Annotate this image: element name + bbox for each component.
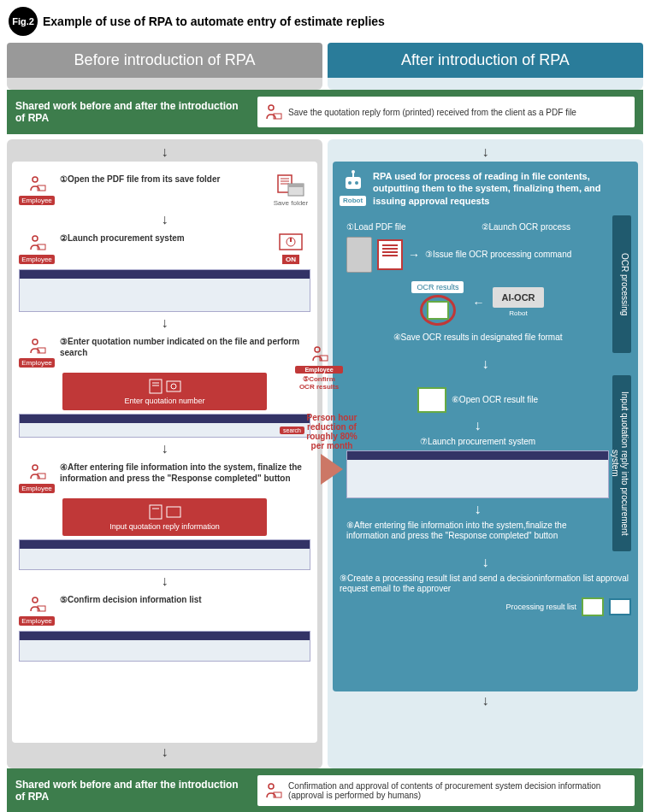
shared-bottom-action: Confirmation and approval of contents of… <box>257 775 635 806</box>
shared-top-label: Shared work before and after the introdu… <box>15 100 251 124</box>
svg-point-33 <box>352 170 355 174</box>
proc-list-label: Processing result list <box>505 603 576 611</box>
step-5: Employee ⑤Confirm decision information l… <box>19 594 310 626</box>
ai-ocr-box: AI-OCR <box>493 287 543 308</box>
ocr-results-label: OCR results <box>411 281 464 293</box>
svg-rect-29 <box>346 177 361 189</box>
input-zone: Input quotation reply into procurement s… <box>340 375 631 551</box>
reduction-callout: Person hour reduction of roughly 80% per… <box>305 413 358 488</box>
r-step-4: ④Save OCR results in designated file for… <box>346 332 609 343</box>
shared-bottom-label: Shared work before and after the introdu… <box>15 779 251 803</box>
figure-number: Fig.2 <box>9 7 38 36</box>
r-step-3: ③Issue file OCR processing command <box>425 250 609 259</box>
after-column: After introduction of RPA <box>328 43 643 90</box>
arrow-down-icon: ↓ <box>346 418 609 433</box>
r-step-1: ①Load PDF file <box>346 222 475 232</box>
shared-work-bottom: Shared work before and after the introdu… <box>7 768 643 812</box>
svg-point-15 <box>32 339 38 344</box>
svg-point-10 <box>32 236 38 241</box>
r-step-5: ⑤Confirm OCR results <box>295 375 343 391</box>
employee-icon: Employee <box>19 462 55 493</box>
employee-label: Employee <box>19 358 55 368</box>
main-flow: ↓ Employee ①Open the PDF file from its s… <box>0 139 650 768</box>
confirm-emp-label: Employee <box>295 366 343 374</box>
svg-rect-9 <box>288 184 304 187</box>
step-3: Employee ③Enter quotation number indicat… <box>19 336 310 368</box>
input-reply-text: Input quotation reply information <box>68 522 262 531</box>
spreadsheet-icon <box>582 597 604 616</box>
svg-point-22 <box>32 465 38 470</box>
svg-point-21 <box>171 384 176 389</box>
employee-icon: Employee <box>19 594 55 626</box>
reply-screenshot <box>19 539 310 570</box>
ai-robot-label: Robot <box>493 309 543 317</box>
pdf-doc-icon <box>377 239 403 270</box>
after-title: After introduction of RPA <box>333 51 638 69</box>
arrow-down-icon: ↓ <box>19 212 310 227</box>
step-2: Employee ②Launch procurement system ON <box>19 232 310 264</box>
shared-top-action: Save the quotation reply form (printed) … <box>257 97 635 127</box>
svg-rect-20 <box>167 381 180 391</box>
employee-icon: Employee <box>19 232 55 264</box>
arrow-down-icon: ↓ <box>340 356 631 372</box>
rpa-desc-text: RPA used for process of reading in file … <box>373 170 631 207</box>
procurement-screenshot-r <box>346 450 609 498</box>
step-3-text: ③Enter quotation number indicated on the… <box>60 336 310 358</box>
before-column: Before introduction of RPA <box>7 43 322 90</box>
r-step-7: ⑦Launch procurement system <box>346 437 609 447</box>
reduction-text: Person hour reduction of roughly 80% per… <box>305 413 358 450</box>
step-1-text: ①Open the PDF file from its save folder <box>60 174 266 185</box>
confirm-ocr-callout: Employee ⑤Confirm OCR results <box>295 344 343 391</box>
person-laptop-icon <box>263 780 283 801</box>
input-reply-box: Input quotation reply information <box>62 498 267 536</box>
arrow-down-icon: ↓ <box>12 744 317 760</box>
big-arrow-icon <box>321 454 343 485</box>
employee-label: Employee <box>19 616 55 626</box>
processing-result-row: Processing result list <box>340 597 631 616</box>
employee-label: Employee <box>19 255 55 264</box>
after-heading: After introduction of RPA <box>328 43 643 78</box>
rpa-description: Robot RPA used for process of reading in… <box>340 170 631 207</box>
employee-icon: Employee <box>19 174 55 205</box>
decision-screenshot <box>19 631 310 662</box>
arrow-down-icon: ↓ <box>333 144 638 160</box>
arrow-right-icon: → <box>408 248 420 262</box>
after-flow: Person hour reduction of roughly 80% per… <box>328 139 643 768</box>
shared-top-text: Save the quotation reply form (printed) … <box>288 108 576 117</box>
arrow-down-icon: ↓ <box>19 441 310 456</box>
save-folder-label: Save folder <box>274 199 308 207</box>
arrow-down-icon: ↓ <box>333 693 638 709</box>
robot-icon: Robot <box>340 170 366 206</box>
svg-point-2 <box>32 177 38 182</box>
svg-rect-26 <box>167 507 180 517</box>
figure-title: Example of use of RPA to automate entry … <box>43 15 385 28</box>
step-2-text: ②Launch procurement system <box>60 232 266 244</box>
search-button: search <box>280 427 304 434</box>
arrow-down-icon: ↓ <box>346 502 609 517</box>
step-4: Employee ④After entering file informatio… <box>19 462 310 493</box>
on-icon: ON <box>271 232 310 264</box>
before-heading: Before introduction of RPA <box>7 43 322 78</box>
arrow-down-icon: ↓ <box>19 315 310 331</box>
before-steps: Employee ①Open the PDF file from its sav… <box>12 162 317 743</box>
svg-point-27 <box>32 597 38 603</box>
procurement-screenshot <box>19 269 310 312</box>
step-5-text: ⑤Confirm decision information list <box>60 594 310 605</box>
before-flow: ↓ Employee ①Open the PDF file from its s… <box>7 139 322 768</box>
svg-point-0 <box>269 105 274 110</box>
arrow-down-icon: ↓ <box>340 555 631 570</box>
robot-label: Robot <box>340 196 366 206</box>
enter-quotation-box: Enter quotation number <box>62 373 267 410</box>
r-step-8: ⑧After entering file information into th… <box>346 521 609 541</box>
arrow-down-icon: ↓ <box>12 144 317 160</box>
employee-icon: Employee <box>19 336 55 368</box>
svg-point-36 <box>269 784 274 789</box>
step-4-text: ④After entering file information into th… <box>60 462 310 484</box>
svg-point-30 <box>348 181 352 185</box>
on-label: ON <box>282 255 299 264</box>
server-icon <box>346 237 372 273</box>
ocr-row-2: OCR results ← AI-OCR Robot <box>346 278 609 327</box>
input-bar: Input quotation reply into procurement s… <box>612 375 631 551</box>
ocr-row-1: → ③Issue file OCR processing command <box>346 237 609 273</box>
spreadsheet-icon <box>427 301 449 320</box>
